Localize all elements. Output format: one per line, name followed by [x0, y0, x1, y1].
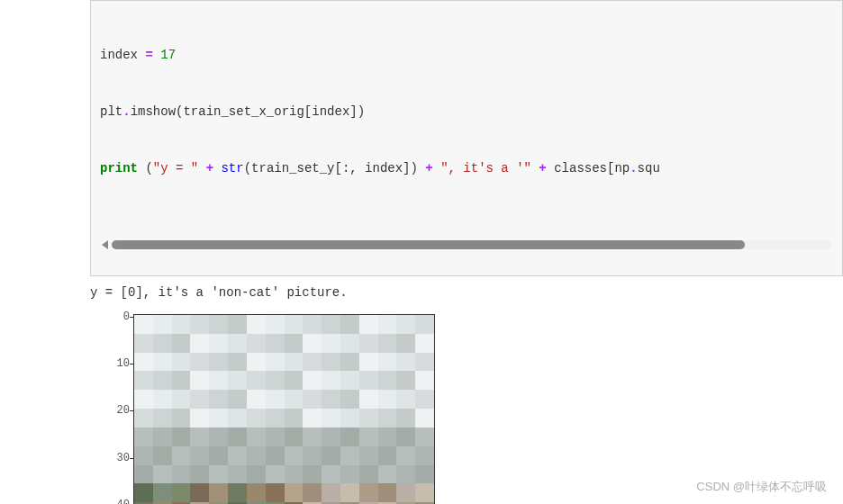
code-cell: index = 17 plt.imshow(train_set_x_orig[i…: [90, 0, 843, 276]
matplotlib-figure: 0102030405060 0102030405060: [90, 305, 468, 504]
code-token: 17: [153, 48, 176, 62]
output-area: y = [0], it's a 'non-cat' picture. 01020…: [90, 276, 843, 504]
code-line-3: print ("y = " + str(train_set_y[:, index…: [100, 159, 833, 178]
image-content: [134, 315, 434, 504]
y-tick-label: 20: [90, 404, 130, 417]
scroll-track[interactable]: [112, 240, 831, 249]
y-tick-label: 0: [90, 310, 130, 323]
code-token: plt: [100, 104, 122, 119]
scroll-left-icon[interactable]: [102, 240, 108, 249]
code-token: (train_set_y[:, index]): [244, 161, 418, 176]
scroll-thumb[interactable]: [112, 240, 745, 249]
code-token: ", it's a '": [440, 161, 531, 176]
code-token: (: [145, 161, 152, 176]
code-token: .: [630, 161, 637, 176]
imshow-plot: [133, 314, 435, 504]
code-token: squ: [638, 161, 660, 176]
code-token: classes[np: [554, 161, 630, 176]
watermark-text: CSDN @叶绿体不忘呼吸: [696, 479, 827, 495]
horizontal-scrollbar[interactable]: [100, 240, 833, 249]
code-token: +: [531, 161, 554, 176]
y-axis-ticks: 0102030405060: [90, 314, 130, 504]
stdout-text: y = [0], it's a 'non-cat' picture.: [90, 285, 843, 300]
code-token: index: [100, 48, 145, 62]
code-token: .: [122, 104, 130, 119]
code-token: str: [221, 161, 243, 176]
y-tick-label: 40: [90, 499, 130, 504]
y-tick-label: 10: [90, 357, 130, 370]
code-token: +: [418, 161, 440, 176]
y-tick-label: 30: [90, 452, 130, 464]
code-token: imshow: [131, 104, 176, 119]
code-token: =: [145, 48, 152, 62]
code-token: +: [198, 161, 221, 176]
code-token: print: [100, 161, 138, 176]
code-line-1: index = 17: [100, 46, 833, 65]
code-token: (train_set_x_orig[index]): [176, 104, 365, 119]
code-token: "y = ": [153, 161, 198, 176]
code-line-2: plt.imshow(train_set_x_orig[index]): [100, 103, 833, 122]
